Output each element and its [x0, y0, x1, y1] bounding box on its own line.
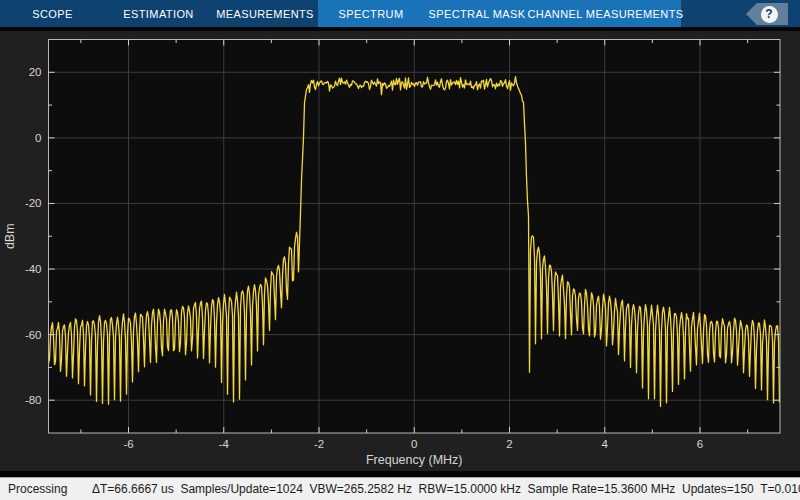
status-state: Processing: [8, 482, 92, 496]
tab-spectrum[interactable]: SPECTRUM: [318, 0, 424, 27]
toolbar: SCOPEESTIMATIONMEASUREMENTSSPECTRUMSPECT…: [0, 0, 800, 27]
toolstrip-tabs: SCOPEESTIMATIONMEASUREMENTSSPECTRUMSPECT…: [0, 0, 681, 27]
x-tick-label: -2: [314, 438, 324, 450]
tab-scope[interactable]: SCOPE: [0, 0, 105, 27]
y-tick-label: -40: [25, 263, 42, 275]
help-icon: ?: [761, 6, 778, 23]
spectrum-plot[interactable]: -6-4-20246200-20-40-60-80Frequency (MHz)…: [0, 31, 800, 471]
tab-measurements[interactable]: MEASUREMENTS: [212, 0, 318, 27]
x-tick-label: -6: [123, 438, 133, 450]
y-axis-label: dBm: [3, 223, 17, 249]
status-stats: ΔT=66.6667 us Samples/Update=1024 VBW=26…: [92, 482, 800, 496]
x-tick-label: 2: [506, 438, 512, 450]
tab-spectral-mask[interactable]: SPECTRAL MASK: [424, 0, 530, 27]
spectrum-analyzer-window: SCOPEESTIMATIONMEASUREMENTSSPECTRUMSPECT…: [0, 0, 800, 500]
tab-channel-measurements[interactable]: CHANNEL MEASUREMENTS: [530, 0, 681, 27]
x-tick-label: 0: [411, 438, 417, 450]
figure-area: -6-4-20246200-20-40-60-80Frequency (MHz)…: [0, 31, 800, 471]
tab-estimation[interactable]: ESTIMATION: [105, 0, 212, 27]
x-tick-label: 6: [697, 438, 703, 450]
x-tick-label: -4: [219, 438, 230, 450]
help-button[interactable]: ?: [746, 3, 788, 25]
x-axis-label: Frequency (MHz): [366, 453, 463, 467]
y-tick-label: -80: [25, 394, 42, 406]
y-tick-label: -20: [25, 197, 42, 209]
y-tick-label: -60: [25, 329, 42, 341]
status-bar: Processing ΔT=66.6667 us Samples/Update=…: [0, 477, 800, 500]
y-tick-label: 0: [35, 132, 41, 144]
y-tick-label: 20: [29, 66, 42, 78]
x-tick-label: 4: [602, 438, 609, 450]
